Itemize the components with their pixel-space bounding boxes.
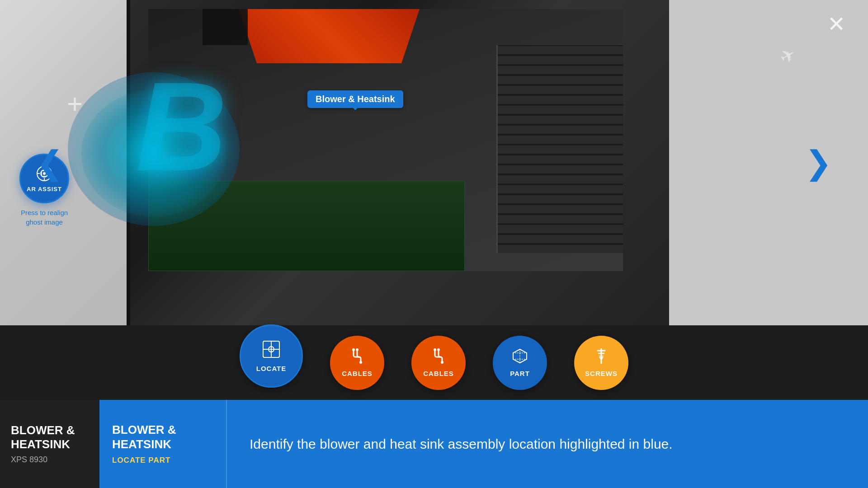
screws-icon xyxy=(593,348,609,368)
cables-1-button[interactable]: CABLES xyxy=(330,336,384,390)
locate-button[interactable]: LOCATE xyxy=(240,324,303,388)
screws-button[interactable]: SCREWS xyxy=(574,336,628,390)
cables-1-label: CABLES xyxy=(342,370,373,377)
svg-point-14 xyxy=(359,361,362,364)
step-title-section: BLOWER & HEATSINK LOCATE PART xyxy=(99,400,226,488)
step-action-label: LOCATE PART xyxy=(112,456,213,465)
step-part-name: BLOWER & HEATSINK xyxy=(112,423,213,451)
action-buttons-row: LOCATE CABLES xyxy=(0,325,868,400)
black-cable xyxy=(203,9,248,45)
part-icon xyxy=(512,348,528,368)
cables-2-icon xyxy=(430,348,447,368)
nav-next-button[interactable]: ❯ xyxy=(805,144,832,182)
airplane-icon: ✈ xyxy=(776,43,800,69)
step-description-text: Identify the blower and heat sink assemb… xyxy=(250,434,673,454)
ar-view: B + ✈ Blower & Heatsink ✕ xyxy=(0,0,868,325)
locate-label: LOCATE xyxy=(256,365,287,372)
screws-label: SCREWS xyxy=(585,370,618,377)
cables-2-label: CABLES xyxy=(423,370,454,377)
svg-point-12 xyxy=(352,348,355,351)
part-title: BLOWER & HEATSINK xyxy=(11,423,89,451)
svg-point-17 xyxy=(441,361,443,364)
ar-cross-icon: + xyxy=(67,88,83,119)
ar-assist-description: Press to realign ghost image xyxy=(21,208,68,227)
bottom-toolbar: LOCATE CABLES xyxy=(0,325,868,488)
nav-prev-button[interactable]: ❮ xyxy=(36,144,63,182)
part-model: XPS 8930 xyxy=(11,455,89,465)
cables-2-button[interactable]: CABLES xyxy=(411,336,466,390)
part-button[interactable]: PART xyxy=(493,336,547,390)
close-button[interactable]: ✕ xyxy=(827,14,845,35)
expansion-slots xyxy=(496,45,623,253)
svg-point-16 xyxy=(437,348,440,351)
bottom-info-bar: BLOWER & HEATSINK XPS 8930 BLOWER & HEAT… xyxy=(0,400,868,488)
cables-1-icon xyxy=(349,348,365,368)
ar-ghost-letter: B xyxy=(136,63,227,190)
part-label: PART xyxy=(510,370,530,377)
red-cables xyxy=(239,9,420,63)
component-label-tag: Blower & Heatsink xyxy=(307,90,403,108)
svg-point-13 xyxy=(356,348,359,351)
svg-point-15 xyxy=(434,348,436,351)
locate-icon xyxy=(262,340,281,363)
part-name-section: BLOWER & HEATSINK XPS 8930 xyxy=(0,400,99,488)
svg-marker-22 xyxy=(599,357,604,361)
ar-assist-label: AR ASSIST xyxy=(27,186,62,192)
step-description-section: Identify the blower and heat sink assemb… xyxy=(226,400,868,488)
